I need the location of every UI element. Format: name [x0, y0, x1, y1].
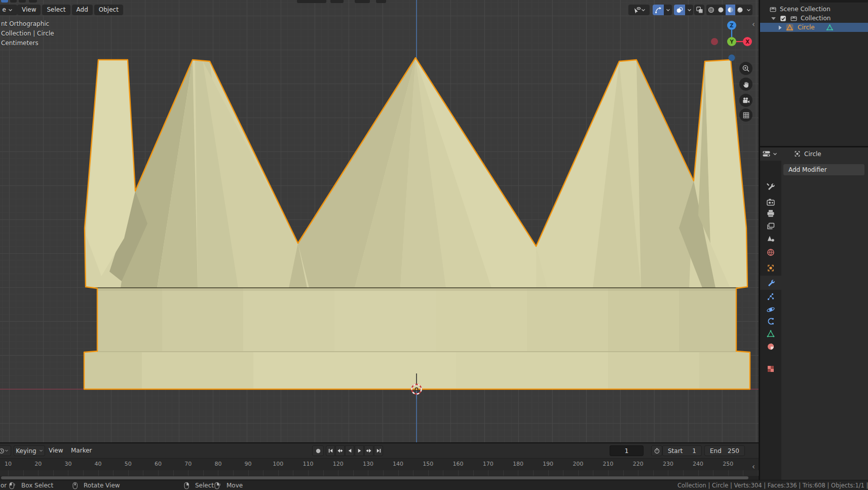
next-keyframe-button[interactable] — [364, 445, 373, 456]
active-object-overlay: Collection | Circle — [1, 30, 54, 37]
show-overlays-group — [674, 5, 693, 15]
ruler-tick: 200 — [573, 461, 583, 467]
scene-statistics: Collection | Circle | Verts:304 | Faces:… — [677, 482, 868, 489]
playback-controls — [326, 445, 383, 456]
mode-dropdown[interactable]: e — [0, 5, 17, 15]
timeline-track-area[interactable] — [0, 470, 759, 476]
record-icon — [315, 448, 321, 454]
pan-button[interactable] — [739, 78, 752, 91]
play-reverse-button[interactable] — [345, 445, 354, 456]
menu-object[interactable]: Object — [94, 5, 123, 15]
keying-dropdown[interactable]: Keying — [14, 445, 45, 456]
timeline-menu-view[interactable]: View — [49, 445, 63, 456]
magnifier-plus-icon — [742, 64, 750, 72]
menu-view[interactable]: View — [17, 5, 41, 15]
breadcrumb: Circle — [804, 150, 821, 158]
use-preview-range-button[interactable] — [651, 445, 662, 456]
show-overlays-dropdown[interactable] — [685, 5, 693, 15]
shading-material-button[interactable] — [726, 5, 735, 15]
keying-label: Keying — [16, 447, 36, 455]
shading-wireframe-button[interactable] — [706, 5, 716, 15]
play-reverse-icon — [347, 448, 353, 454]
show-gizmos-dropdown[interactable] — [664, 5, 672, 15]
tab-tool[interactable] — [766, 182, 775, 191]
timeline-editor-type-dropdown[interactable] — [0, 445, 11, 456]
tab-particles[interactable] — [766, 292, 775, 301]
ruler-tick: 70 — [184, 461, 192, 467]
tab-scene[interactable] — [766, 234, 775, 243]
camera-view-button[interactable] — [739, 94, 752, 107]
jump-to-end-button[interactable] — [374, 445, 383, 456]
tab-texture[interactable] — [766, 364, 775, 373]
chevron-down-icon — [641, 9, 646, 12]
chevron-down-icon — [746, 9, 751, 12]
topbar-fragment — [19, 0, 26, 3]
auto-keying-record-button[interactable] — [312, 445, 324, 456]
outliner-label: Circle — [798, 24, 815, 31]
tab-modifiers[interactable] — [766, 278, 775, 287]
jump-start-icon — [328, 448, 333, 454]
tab-output[interactable] — [766, 209, 775, 218]
ruler-tick: 130 — [363, 461, 373, 467]
collection-icon — [790, 15, 798, 22]
menu-add[interactable]: Add — [72, 5, 93, 15]
object-visibility-button[interactable] — [628, 5, 650, 15]
chevron-down-icon[interactable] — [773, 153, 777, 156]
disclosure-closed-icon[interactable] — [778, 25, 782, 30]
disclosure-open-icon[interactable] — [771, 17, 776, 20]
xray-icon — [696, 6, 703, 14]
hint-label: Move — [227, 482, 243, 489]
timeline-editor: Keying View Marker — [0, 443, 759, 480]
ruler-tick: 30 — [64, 461, 71, 467]
timeline-menu-marker[interactable]: Marker — [71, 445, 92, 456]
previous-keyframe-button[interactable] — [335, 445, 345, 456]
orthographic-grid-button[interactable] — [739, 108, 752, 122]
axis-x-negative — [711, 38, 718, 45]
properties-editor-icon[interactable] — [762, 149, 771, 158]
shading-dropdown[interactable] — [745, 5, 752, 15]
tab-material[interactable] — [766, 342, 775, 351]
mesh-object-icon — [786, 24, 794, 31]
crown-mesh[interactable] — [0, 0, 759, 442]
collapse-sidebar-arrow[interactable]: ‹ — [752, 21, 755, 27]
timeline-scrollbar-thumb[interactable] — [1, 476, 748, 479]
shading-rendered-button[interactable] — [735, 5, 745, 15]
jump-to-start-button[interactable] — [326, 445, 335, 456]
outliner-row-scene-collection[interactable]: Scene Collection — [760, 5, 868, 14]
overlays-icon — [676, 7, 683, 14]
3d-viewport[interactable]: e View Select Add Object nt Orthographic… — [0, 0, 759, 442]
tab-object[interactable] — [766, 263, 775, 273]
checkbox-checked-icon[interactable] — [780, 15, 786, 22]
show-overlays-button[interactable] — [674, 5, 685, 15]
frame-end-field[interactable]: End 250 — [704, 445, 745, 456]
toggle-xray-button[interactable] — [694, 5, 704, 15]
tab-world[interactable] — [766, 248, 775, 257]
tab-view-layer[interactable] — [766, 221, 775, 231]
timeline-ruler[interactable]: 1020304050607080901001101201301401501601… — [0, 458, 759, 471]
rendered-sphere-icon — [737, 7, 743, 13]
tab-object-data[interactable] — [766, 329, 775, 338]
shading-solid-button[interactable] — [716, 5, 726, 15]
tab-physics[interactable] — [766, 305, 775, 314]
menu-select[interactable]: Select — [42, 5, 70, 15]
hint-label: Box Select — [21, 482, 53, 489]
ruler-tick: 40 — [95, 461, 102, 467]
show-gizmos-button[interactable] — [653, 5, 664, 15]
tab-render[interactable] — [766, 198, 775, 207]
stopwatch-icon — [654, 447, 660, 454]
frame-start-field[interactable]: Start 1 — [662, 445, 702, 456]
ruler-tick: 210 — [603, 461, 614, 467]
add-modifier-button[interactable]: Add Modifier — [783, 164, 864, 175]
outliner-row-collection[interactable]: Collection — [760, 14, 868, 23]
view-name-overlay: nt Orthographic — [1, 20, 49, 27]
navigation-gizmo[interactable]: Z Y X — [708, 18, 757, 64]
current-frame-field[interactable]: 1 — [610, 445, 644, 456]
zoom-button[interactable] — [739, 62, 752, 75]
jump-end-icon — [376, 448, 382, 454]
play-button[interactable] — [355, 445, 364, 456]
timeline-scrollbar[interactable] — [0, 476, 759, 480]
outliner-row-circle[interactable]: Circle — [760, 23, 868, 32]
ruler-tick: 250 — [723, 461, 733, 467]
tab-constraints[interactable] — [766, 317, 775, 326]
collapse-timeline-arrow[interactable]: ‹ — [752, 464, 755, 470]
